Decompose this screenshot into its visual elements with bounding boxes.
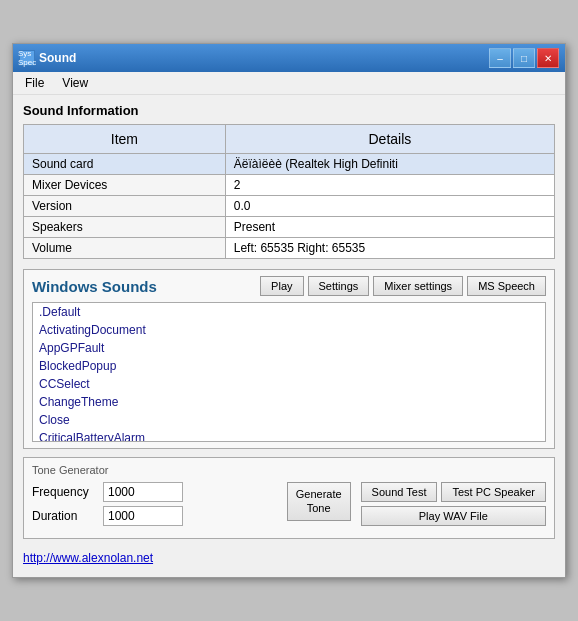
frequency-input[interactable] xyxy=(103,482,183,502)
menu-file[interactable]: File xyxy=(17,74,52,92)
main-window: SysSpec Sound – □ ✕ File View Sound Info… xyxy=(12,43,566,578)
table-cell-item: Volume xyxy=(24,238,226,259)
frequency-label: Frequency xyxy=(32,485,97,499)
title-bar-left: SysSpec Sound xyxy=(19,50,76,66)
menubar: File View xyxy=(13,72,565,95)
tg-fields: Frequency Duration xyxy=(32,482,277,530)
play-wav-button[interactable]: Play WAV File xyxy=(361,506,546,526)
ws-title: Windows Sounds xyxy=(32,278,157,295)
menu-view[interactable]: View xyxy=(54,74,96,92)
play-button[interactable]: Play xyxy=(260,276,303,296)
maximize-button[interactable]: □ xyxy=(513,48,535,68)
list-item[interactable]: ChangeTheme xyxy=(33,393,545,411)
sound-info-title: Sound Information xyxy=(23,103,555,118)
close-button[interactable]: ✕ xyxy=(537,48,559,68)
table-cell-item: Speakers xyxy=(24,217,226,238)
generate-tone-button[interactable]: Generate Tone xyxy=(287,482,351,521)
sound-test-button[interactable]: Sound Test xyxy=(361,482,438,502)
list-item[interactable]: BlockedPopup xyxy=(33,357,545,375)
sound-test-row: Sound Test Test PC Speaker xyxy=(361,482,546,502)
list-item[interactable]: CriticalBatteryAlarm xyxy=(33,429,545,442)
tg-right: Sound Test Test PC Speaker Play WAV File xyxy=(361,482,546,526)
table-row: Sound cardÄëïàìëèè (Realtek High Definit… xyxy=(24,154,555,175)
footer: http://www.alexnolan.net xyxy=(23,547,555,569)
settings-button[interactable]: Settings xyxy=(308,276,370,296)
frequency-row: Frequency xyxy=(32,482,277,502)
test-pc-speaker-button[interactable]: Test PC Speaker xyxy=(441,482,546,502)
table-cell-details: 0.0 xyxy=(225,196,554,217)
list-item[interactable]: ActivatingDocument xyxy=(33,321,545,339)
content-area: Sound Information Item Details Sound car… xyxy=(13,95,565,577)
footer-link[interactable]: http://www.alexnolan.net xyxy=(23,551,153,565)
tg-title: Tone Generator xyxy=(32,464,546,476)
app-icon: SysSpec xyxy=(19,50,35,66)
title-buttons: – □ ✕ xyxy=(489,48,559,68)
windows-sounds-section: Windows Sounds Play Settings Mixer setti… xyxy=(23,269,555,449)
col-details-header: Details xyxy=(225,125,554,154)
list-item[interactable]: Close xyxy=(33,411,545,429)
mixer-settings-button[interactable]: Mixer settings xyxy=(373,276,463,296)
list-item[interactable]: .Default xyxy=(33,303,545,321)
sounds-list[interactable]: .DefaultActivatingDocumentAppGPFaultBloc… xyxy=(32,302,546,442)
title-bar: SysSpec Sound – □ ✕ xyxy=(13,44,565,72)
minimize-button[interactable]: – xyxy=(489,48,511,68)
table-cell-item: Mixer Devices xyxy=(24,175,226,196)
duration-input[interactable] xyxy=(103,506,183,526)
ws-header: Windows Sounds Play Settings Mixer setti… xyxy=(32,276,546,296)
table-cell-details: Äëïàìëèè (Realtek High Definiti xyxy=(225,154,554,175)
list-item[interactable]: AppGPFault xyxy=(33,339,545,357)
table-cell-details: Left: 65535 Right: 65535 xyxy=(225,238,554,259)
table-row: VolumeLeft: 65535 Right: 65535 xyxy=(24,238,555,259)
table-cell-item: Version xyxy=(24,196,226,217)
tg-body: Frequency Duration Generate Tone Sound T… xyxy=(32,482,546,530)
table-cell-item: Sound card xyxy=(24,154,226,175)
table-cell-details: Present xyxy=(225,217,554,238)
duration-row: Duration xyxy=(32,506,277,526)
tone-generator-section: Tone Generator Frequency Duration Genera… xyxy=(23,457,555,539)
sounds-list-container: .DefaultActivatingDocumentAppGPFaultBloc… xyxy=(32,302,546,442)
sound-info-table: Item Details Sound cardÄëïàìëèè (Realtek… xyxy=(23,124,555,259)
duration-label: Duration xyxy=(32,509,97,523)
col-item-header: Item xyxy=(24,125,226,154)
table-row: SpeakersPresent xyxy=(24,217,555,238)
table-row: Version0.0 xyxy=(24,196,555,217)
list-item[interactable]: CCSelect xyxy=(33,375,545,393)
window-title: Sound xyxy=(39,51,76,65)
ms-speech-button[interactable]: MS Speech xyxy=(467,276,546,296)
table-row: Mixer Devices2 xyxy=(24,175,555,196)
ws-buttons: Play Settings Mixer settings MS Speech xyxy=(260,276,546,296)
table-cell-details: 2 xyxy=(225,175,554,196)
